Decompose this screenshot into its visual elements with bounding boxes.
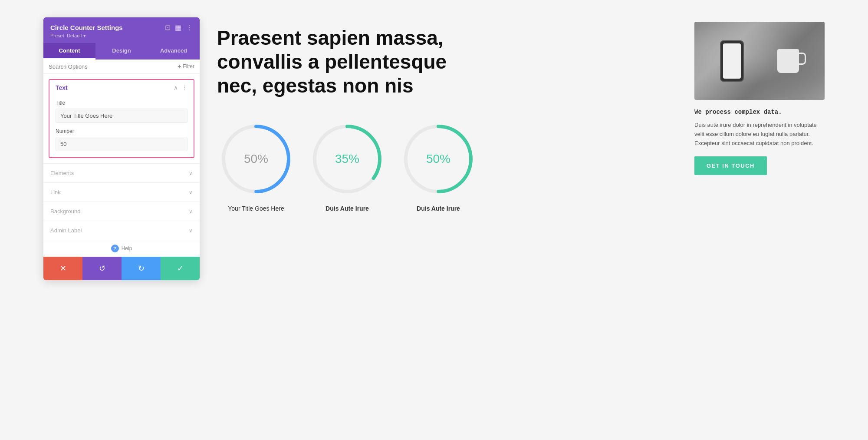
tab-advanced[interactable]: Advanced [148,43,200,60]
circle-item-2: 35% Duis Aute Irure [308,120,386,212]
collapse-icon[interactable]: ∧ [174,84,178,91]
panel-title: Circle Counter Settings [50,24,123,31]
panel-header: Circle Counter Settings ⊡ ▦ ⋮ Preset: De… [43,17,200,43]
circle-3-title: Duis Aute Irure [417,205,460,212]
circle-container-1: 50% [217,120,295,198]
sidebar-paragraph: Duis aute irure dolor in reprehenderit i… [694,121,825,148]
panel-header-icons: ⊡ ▦ ⋮ [165,23,193,32]
accordion-admin-label-label: Admin Label [50,227,82,234]
settings-panel: Circle Counter Settings ⊡ ▦ ⋮ Preset: De… [43,17,200,280]
text-section-body: Title Number [49,96,194,157]
sidebar-image [694,22,825,100]
number-field-label: Number [56,128,187,134]
panel-preset[interactable]: Preset: Default ▾ [50,33,193,39]
help-button[interactable]: ? Help [111,245,132,252]
cancel-button[interactable]: ✕ [43,257,82,280]
chevron-down-icon: ∨ [189,170,193,176]
text-section-header: Text ∧ ⋮ [49,80,194,96]
chevron-down-icon: ∨ [189,208,193,215]
title-input[interactable] [56,109,187,123]
accordion-admin-label[interactable]: Admin Label ∨ [43,221,200,240]
panel-tabs: Content Design Advanced [43,43,200,60]
help-icon: ? [111,245,119,252]
page-wrapper: Circle Counter Settings ⊡ ▦ ⋮ Preset: De… [43,17,825,280]
text-section: Text ∧ ⋮ Title Number [49,79,194,158]
section-more-icon[interactable]: ⋮ [181,84,187,91]
text-section-title: Text [56,84,68,91]
circle-item-3: 50% Duis Aute Irure [399,120,477,212]
chevron-down-icon: ∨ [189,228,193,234]
circle-container-3: 50% [399,120,477,198]
circle-item-1: 50% Your Title Goes Here [217,120,295,212]
title-field-label: Title [56,100,187,106]
redo-button[interactable]: ↻ [122,257,161,280]
tab-design[interactable]: Design [95,43,148,60]
undo-button[interactable]: ↺ [82,257,122,280]
circle-2-label: 35% [335,152,359,166]
circle-3-label: 50% [426,152,450,166]
main-content: Praesent sapien massa, convallis a pelle… [217,17,677,229]
get-in-touch-button[interactable]: GET IN TOUCH [694,156,767,175]
number-input[interactable] [56,137,187,151]
panel-actions: ✕ ↺ ↻ ✓ [43,257,200,280]
accordion-link-label: Link [50,189,61,195]
hero-heading: Praesent sapien massa, convallis a pelle… [217,26,456,98]
text-section-actions: ∧ ⋮ [174,84,187,91]
circle-2-title: Duis Aute Irure [326,205,369,212]
sidebar-mono-heading: We process complex data. [694,109,825,116]
accordion-background-label: Background [50,208,80,215]
search-input[interactable] [49,63,174,70]
panel-search-bar: Filter [43,60,200,74]
right-sidebar: We process complex data. Duis aute irure… [694,17,825,175]
cup-shape [777,49,799,73]
tab-content[interactable]: Content [43,43,95,60]
columns-icon[interactable]: ▦ [175,23,181,32]
circles-row: 50% Your Title Goes Here 35% Duis Aute I… [217,120,677,212]
accordion-elements-label: Elements [50,170,74,176]
circle-1-label: 50% [244,152,268,166]
circle-container-2: 35% [308,120,386,198]
more-icon[interactable]: ⋮ [186,23,193,32]
sidebar-image-inner [694,22,825,100]
confirm-button[interactable]: ✓ [161,257,200,280]
help-label: Help [122,245,132,251]
phone-shape [720,40,744,82]
circle-1-title: Your Title Goes Here [228,205,284,212]
panel-bottom: ? Help [43,240,200,257]
accordion-elements[interactable]: Elements ∨ [43,163,200,182]
filter-button[interactable]: Filter [178,63,194,70]
accordion-background[interactable]: Background ∨ [43,202,200,221]
chevron-down-icon: ∨ [189,189,193,195]
resize-icon[interactable]: ⊡ [165,23,171,32]
accordion-link[interactable]: Link ∨ [43,182,200,202]
